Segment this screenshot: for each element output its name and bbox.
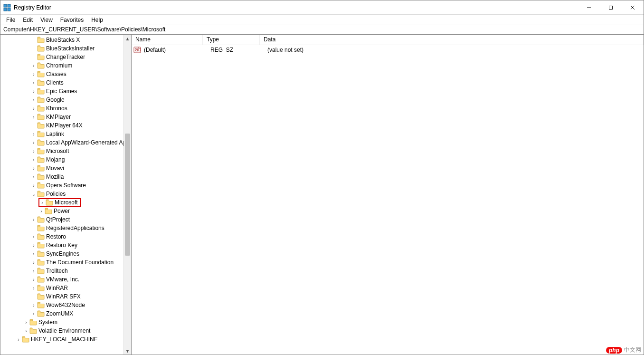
tree-item-label: The Document Foundation [46, 259, 114, 266]
tree-item-label: BlueStacks X [46, 37, 80, 43]
chevron-right-icon[interactable]: › [31, 234, 37, 240]
menu-view[interactable]: View [37, 16, 57, 24]
tree-item-label: ZoomUMX [46, 310, 73, 317]
chevron-right-icon[interactable]: › [31, 165, 37, 171]
tree-item[interactable]: ›The Document Foundation [0, 258, 131, 267]
maximize-button[interactable] [600, 0, 622, 14]
tree-item-label: Mojang [46, 156, 65, 163]
address-bar[interactable]: Computer\HKEY_CURRENT_USER\Software\Poli… [0, 25, 644, 35]
folder-icon [37, 45, 45, 52]
menu-favorites[interactable]: Favorites [57, 16, 87, 24]
tree-item[interactable]: ›Movavi [0, 164, 131, 173]
tree-item-label: KMPlayer [46, 114, 71, 120]
tree-item[interactable]: ›ZoomUMX [0, 309, 131, 318]
tree-item[interactable]: ›Volatile Environment [0, 326, 131, 335]
chevron-right-icon[interactable]: › [31, 242, 37, 248]
chevron-right-icon[interactable]: › [31, 131, 37, 137]
chevron-right-icon[interactable]: › [23, 328, 29, 334]
menu-edit[interactable]: Edit [19, 16, 37, 24]
tree-item[interactable]: ›SyncEngines [0, 249, 131, 258]
tree-item[interactable]: ›KMPlayer 64X [0, 121, 131, 130]
tree-item[interactable]: ›HKEY_LOCAL_MACHINE [0, 335, 131, 344]
chevron-right-icon[interactable]: › [31, 182, 37, 188]
tree-item[interactable]: ›Mojang [0, 155, 131, 164]
tree-scrollbar[interactable]: ▲ ▼ [123, 35, 131, 355]
titlebar[interactable]: Registry Editor [0, 0, 644, 15]
tree-item[interactable]: ›Trolltech [0, 267, 131, 275]
scroll-track[interactable] [124, 42, 131, 347]
chevron-right-icon[interactable]: › [31, 148, 37, 154]
tree-item-label: Khronos [46, 105, 67, 112]
chevron-right-icon[interactable]: › [31, 80, 37, 86]
tree-item[interactable]: ›Clients [0, 78, 131, 87]
folder-icon [37, 268, 45, 274]
tree-item[interactable]: ›Microsoft [0, 147, 131, 155]
chevron-right-icon[interactable]: › [31, 311, 37, 317]
tree-item[interactable]: ›Mozilla [0, 173, 131, 181]
chevron-right-icon[interactable]: › [31, 285, 37, 291]
tree-item[interactable]: ›VMware, Inc. [0, 275, 131, 284]
chevron-right-icon[interactable]: › [31, 140, 37, 145]
chevron-right-icon[interactable]: › [31, 302, 37, 308]
menu-help[interactable]: Help [87, 16, 107, 24]
tree-item[interactable]: ›RegisteredApplications [0, 224, 131, 232]
chevron-right-icon[interactable]: › [31, 114, 37, 120]
watermark-brand: php [606, 347, 622, 354]
scroll-up-icon[interactable]: ▲ [124, 35, 131, 42]
chevron-right-icon[interactable]: › [31, 71, 37, 77]
tree-item[interactable]: ›Classes [0, 70, 131, 78]
tree-item[interactable]: ›Opera Software [0, 181, 131, 190]
tree-item[interactable]: ›Epic Games [0, 87, 131, 96]
menu-file[interactable]: File [2, 16, 19, 24]
tree-item[interactable]: ›ChangeTracker [0, 53, 131, 61]
folder-icon [37, 96, 45, 103]
column-header-data[interactable]: Data [260, 35, 644, 45]
tree-item[interactable]: ›Microsoft [0, 198, 131, 207]
tree-item[interactable]: ›Wow6432Node [0, 301, 131, 309]
list-pane: Name Type Data (Default)REG_SZ(value not… [132, 35, 644, 355]
folder-icon [37, 225, 45, 231]
tree-item[interactable]: ›BlueStacksInstaller [0, 44, 131, 53]
tree-item[interactable]: ›Laplink [0, 130, 131, 138]
chevron-right-icon[interactable]: › [31, 97, 37, 103]
tree-scroll[interactable]: ›BlueStacks X›BlueStacksInstaller›Change… [0, 35, 131, 355]
tree-item[interactable]: ›QtProject [0, 215, 131, 224]
tree-item[interactable]: ›Local AppWizard-Generated Applications [0, 138, 131, 147]
chevron-right-icon[interactable]: › [39, 200, 45, 205]
chevron-right-icon[interactable]: › [31, 277, 37, 282]
chevron-right-icon[interactable]: › [31, 174, 37, 180]
chevron-right-icon[interactable]: › [31, 157, 37, 163]
tree-item[interactable]: ›Khronos [0, 104, 131, 113]
tree-item[interactable]: ›WinRAR [0, 284, 131, 292]
chevron-right-icon[interactable]: › [31, 106, 37, 111]
close-button[interactable] [622, 0, 644, 14]
tree-item[interactable]: ⌄Policies [0, 190, 131, 198]
tree-item[interactable]: ›System [0, 318, 131, 326]
scroll-thumb[interactable] [125, 134, 130, 255]
chevron-right-icon[interactable]: › [16, 336, 21, 342]
folder-icon [37, 310, 45, 317]
scroll-down-icon[interactable]: ▼ [124, 347, 131, 355]
tree-item[interactable]: ›Chromium [0, 61, 131, 70]
tree-item[interactable]: ›Restoro Key [0, 241, 131, 249]
chevron-right-icon[interactable]: › [23, 319, 29, 325]
chevron-right-icon[interactable]: › [31, 251, 37, 257]
chevron-right-icon[interactable]: › [38, 208, 44, 214]
chevron-right-icon[interactable]: › [31, 63, 37, 68]
tree-item[interactable]: ›Google [0, 96, 131, 104]
tree-item[interactable]: ›Restoro [0, 232, 131, 241]
minimize-button[interactable] [578, 0, 600, 14]
chevron-right-icon[interactable]: › [31, 259, 37, 265]
tree-item[interactable]: ›BlueStacks X [0, 36, 131, 44]
tree-item[interactable]: ›Power [0, 207, 131, 215]
chevron-right-icon[interactable]: › [31, 268, 37, 274]
chevron-right-icon[interactable]: › [31, 88, 37, 94]
column-header-type[interactable]: Type [203, 35, 260, 45]
tree-item[interactable]: ›KMPlayer [0, 113, 131, 121]
chevron-right-icon[interactable]: › [31, 217, 37, 222]
chevron-down-icon[interactable]: ⌄ [31, 191, 37, 197]
column-header-name[interactable]: Name [132, 35, 203, 45]
folder-icon [37, 62, 45, 69]
tree-item[interactable]: ›WinRAR SFX [0, 292, 131, 301]
list-row[interactable]: (Default)REG_SZ(value not set) [132, 45, 644, 55]
